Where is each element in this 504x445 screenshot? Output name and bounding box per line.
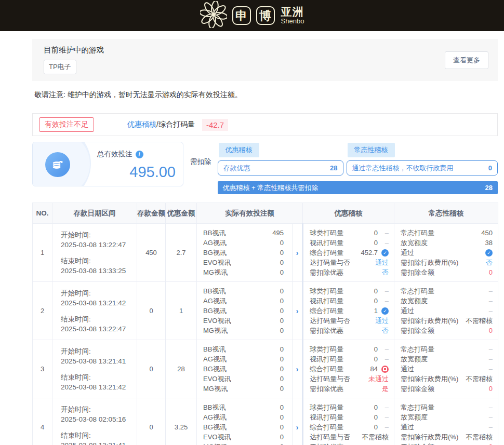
audit-item-label: 视讯打码量 [310, 238, 343, 248]
expand-row-cell[interactable]: › [293, 224, 303, 282]
info-icon[interactable]: i [136, 151, 143, 158]
chevron-right-icon[interactable]: › [296, 423, 299, 431]
logo-char-bo: 博 [256, 6, 275, 25]
pass-check-icon: ✓ [381, 307, 389, 315]
bet-amount-value: 0 [280, 345, 284, 353]
audit-line: 放宽额度– [401, 412, 493, 422]
view-more-button[interactable]: 查看更多 [445, 51, 488, 69]
bet-game-label: MG视讯 [203, 442, 228, 445]
col-header-bonus: 优惠金额 [166, 203, 197, 224]
audit-item-value: – [489, 287, 493, 295]
col-header-no: NO. [33, 203, 52, 224]
bet-amount-value: 0 [280, 259, 284, 266]
audit-item-value: – [489, 307, 493, 315]
audit-item-label: 需扣除行政费用(%) [401, 374, 458, 384]
audit-line: 需扣除优惠是 [310, 384, 389, 394]
bet-line: MG视讯0 [203, 384, 284, 394]
audit-line: 需扣除优惠否 [310, 326, 389, 335]
audit-line: 视讯打码量0– [310, 412, 389, 422]
end-time-value: 2025-03-08 13:22:47 [61, 324, 135, 334]
dash-icon: – [385, 297, 389, 305]
end-time-label: 结束时间: [61, 256, 135, 266]
audit-item-value: 0 [374, 287, 378, 295]
bonus-amount-cell: 28 [166, 340, 197, 398]
bet-game-label: BB视讯 [203, 345, 226, 354]
promo-audit-link[interactable]: 优惠稽核 [127, 120, 156, 129]
status-slot: – [380, 345, 389, 353]
audit-item-value: 未通过 [368, 374, 389, 384]
audit-line: 常态打码量– [401, 402, 493, 412]
audit-item-value: – [489, 355, 493, 363]
audit-item-value: 不需稽核 [362, 433, 389, 442]
audit-item-label: 需扣除金额 [401, 384, 434, 394]
bonus-amount-cell: 2.7 [166, 224, 197, 282]
audit-item-value: 0 [374, 355, 378, 363]
expand-row-cell[interactable]: › [293, 282, 303, 340]
audit-line: 球类打码量0– [310, 344, 389, 354]
routine-audit-cell: 常态打码量–放宽额度–通过–需扣除行政费用(%)不需稽核需扣除金额0 [394, 340, 498, 398]
status-slot: ✓ [380, 249, 389, 257]
routine-audit-cell: 常态打码量–放宽额度–通过–需扣除行政费用(%)不需稽核需扣除金额0 [394, 398, 498, 445]
audit-item-value: 450 [481, 229, 493, 237]
audit-line: 球类打码量0– [310, 402, 389, 412]
audit-item-label: 放宽额度 [401, 296, 428, 306]
bet-line: MG视讯0 [203, 326, 284, 335]
audit-item-label: 放宽额度 [401, 238, 428, 248]
maintenance-title: 目前维护中的游戏 [44, 45, 489, 55]
expand-row-cell[interactable]: › [293, 398, 303, 445]
start-time-value: 2025-03-08 13:22:47 [61, 240, 135, 250]
audit-item-value: 否 [382, 326, 389, 335]
promo-deduct-box-value: 28 [330, 164, 337, 172]
bet-amount-value: 0 [280, 297, 284, 305]
turnover-deficit-value: -42.7 [202, 119, 228, 131]
chevron-right-icon[interactable]: › [296, 248, 299, 257]
total-deduct-bar: 优惠稽核 + 常态性稽核共需扣除 28 [218, 181, 498, 194]
audit-line: 需扣除金额0 [401, 442, 493, 445]
bet-amount-value: 0 [280, 239, 284, 247]
audit-line: 通过✓ [401, 248, 493, 258]
bet-amount-value: 0 [280, 287, 284, 295]
chevron-right-icon[interactable]: › [296, 306, 299, 315]
audit-line: 视讯打码量0– [310, 296, 389, 306]
audit-item-label: 综合打码量 [310, 248, 343, 258]
bet-amount-value: 0 [280, 375, 284, 383]
audit-item-label: 需扣除优惠 [310, 384, 343, 394]
top-header-bar: 申 博 亚洲 Shenbo [0, 0, 504, 31]
bet-amount-value: 0 [280, 433, 284, 441]
audit-item-label: 常态打码量 [401, 287, 434, 296]
bet-amount-value: 0 [280, 413, 284, 421]
dash-icon: – [385, 229, 389, 237]
start-time-label: 开始时间: [61, 230, 135, 240]
bet-line: BB视讯0 [203, 286, 284, 296]
row-number-cell: 1 [33, 224, 52, 282]
bet-game-label: AG视讯 [203, 296, 227, 306]
deduct-label: 需扣除 [190, 157, 211, 167]
bet-amount-value: 0 [280, 385, 284, 393]
audit-item-label: 视讯打码量 [310, 296, 343, 306]
deposit-date-range-cell: 开始时间: 2025-03-08 13:21:42 结束时间: 2025-03-… [52, 282, 137, 340]
expand-row-cell[interactable]: › [293, 340, 303, 398]
deposit-amount-cell: 450 [137, 224, 166, 282]
audit-item-value: 通过 [375, 316, 389, 326]
bonus-amount-cell: 3.25 [166, 398, 197, 445]
audit-item-label: 需扣除金额 [401, 326, 434, 335]
audit-item-label: 球类打码量 [310, 287, 343, 296]
status-slot: ✓ [484, 249, 493, 257]
audit-item-value: 不需稽核 [466, 374, 493, 384]
chevron-right-icon[interactable]: › [296, 365, 299, 373]
audit-line: 达打码量与否通过 [310, 258, 389, 267]
audit-line: 球类打码量0– [310, 228, 389, 238]
promo-audit-cell: 球类打码量0–视讯打码量0–综合打码量84达打码量与否未通过需扣除优惠是 [303, 340, 394, 398]
audit-item-label: 球类打码量 [310, 403, 343, 412]
audit-item-value: 0 [374, 229, 378, 237]
status-slot: ✓ [380, 307, 389, 315]
audit-item-value: 不需稽核 [466, 433, 493, 442]
dash-icon: – [385, 355, 389, 363]
end-time-value: 2025-03-08 13:21:41 [61, 440, 135, 445]
table-row: 1 开始时间: 2025-03-08 13:22:47 结束时间: 2025-0… [33, 224, 498, 282]
row-number-cell: 3 [33, 340, 52, 398]
deposit-amount-cell: 0 [137, 398, 166, 445]
coins-icon [45, 152, 70, 177]
audit-item-label: 视讯打码量 [310, 355, 343, 364]
audit-item-value: 否 [486, 258, 493, 267]
